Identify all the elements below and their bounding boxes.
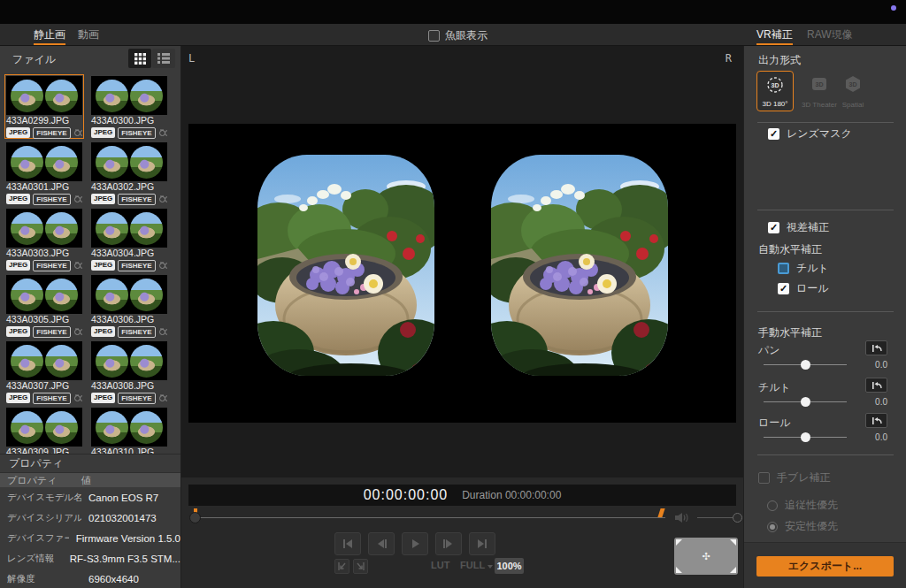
timecode-bar: 00:00:00:00 Duration 00:00:00:00 (188, 485, 736, 506)
properties-table-header: プロパティ 値 (0, 473, 180, 487)
mark-in-button[interactable] (334, 559, 349, 574)
file-item[interactable]: 433A0300.JPG JPEGFISHEYE (89, 74, 169, 139)
jpeg-badge: JPEG (6, 127, 30, 138)
move-icon: ✣ (702, 551, 710, 562)
radio-stability-priority[interactable]: 安定性優先 (767, 519, 838, 534)
skip-to-end-icon (475, 538, 489, 550)
file-item[interactable]: 433A0305.JPG JPEGFISHEYE (4, 273, 84, 338)
timecode: 00:00:00:00 (364, 487, 449, 503)
tab-movie[interactable]: 動画 (78, 24, 99, 46)
pan-slider[interactable] (764, 364, 847, 365)
dual-lens-camera-icon (73, 393, 82, 402)
property-value: RF-S3.9mm F3.5 STM... (63, 554, 180, 564)
format-3d180-button[interactable]: 3D 3D 180° (756, 71, 794, 111)
jpeg-badge: JPEG (6, 393, 30, 403)
divider (757, 210, 894, 210)
zoom-level-button[interactable]: 100% (495, 558, 524, 574)
skip-to-end-button[interactable] (469, 532, 495, 555)
display-size-dropdown[interactable]: FULL (460, 560, 493, 570)
dual-lens-camera-icon (158, 327, 167, 336)
tracking-priority-label: 追従性優先 (785, 498, 838, 513)
roll-slider[interactable] (764, 437, 847, 438)
fisheye-badge: FISHEYE (33, 194, 70, 205)
step-back-button[interactable] (368, 532, 395, 555)
skip-to-start-button[interactable] (334, 532, 361, 555)
roll-slider-thumb[interactable] (801, 432, 810, 442)
pan-reset-button[interactable] (865, 340, 887, 355)
list-view-button[interactable] (152, 49, 175, 68)
out-point-marker (657, 508, 664, 517)
radio-selected-icon (767, 522, 778, 532)
left-eye-image (257, 155, 434, 376)
property-key: レンズ情報 (0, 553, 63, 565)
format-3d-theater-button[interactable]: 3D 3D Theater (801, 71, 838, 111)
dual-lens-camera-icon (73, 327, 82, 336)
file-name: 433A0304.JPG (91, 248, 167, 259)
roll-reset-button[interactable] (865, 413, 887, 428)
duration: Duration 00:00:00:00 (462, 489, 561, 501)
timeline-scrubber[interactable] (193, 517, 665, 518)
file-item[interactable]: 433A0302.JPG JPEGFISHEYE (89, 141, 169, 205)
file-item[interactable]: 433A0310.JPG JPEGFISHEYE (89, 406, 169, 454)
file-name: 433A0306.JPG (91, 314, 167, 325)
corner-mark (730, 539, 736, 546)
fisheye-badge: FISHEYE (33, 260, 70, 271)
volume-slider-thumb[interactable] (733, 513, 742, 523)
roll-label: ロール (758, 416, 791, 431)
property-row: レンズ情報 RF-S3.9mm F3.5 STM... (0, 548, 180, 569)
fisheye-display-checkbox[interactable]: 魚眼表示 (428, 28, 488, 43)
lut-button[interactable]: LUT (431, 560, 449, 570)
tilt-slider[interactable] (764, 401, 847, 402)
file-thumbnail (6, 76, 82, 115)
tilt-slider-thumb[interactable] (801, 397, 810, 407)
file-item[interactable]: 433A0307.JPG JPEGFISHEYE (4, 340, 84, 404)
format-spatial-label: Spatial (842, 101, 864, 109)
play-button[interactable] (402, 532, 428, 555)
property-key: 解像度 (0, 573, 81, 585)
property-key: デバイスモデル名 (0, 492, 81, 504)
file-item[interactable]: 433A0304.JPG JPEGFISHEYE (89, 207, 169, 271)
file-item[interactable]: 433A0308.JPG JPEGFISHEYE (89, 340, 169, 404)
file-item[interactable]: 433A0303.JPG JPEGFISHEYE (4, 207, 84, 271)
playhead-thumb[interactable] (189, 512, 201, 523)
properties-col-key: プロパティ (0, 473, 81, 487)
tab-still-image[interactable]: 静止画 (34, 24, 65, 46)
pan-slider-thumb[interactable] (801, 360, 810, 370)
parallax-correction-checkbox[interactable]: ✓ 視差補正 (768, 220, 829, 235)
tab-vr-correction[interactable]: VR補正 (756, 24, 793, 46)
lens-mask-checkbox[interactable]: ✓ レンズマスク (768, 126, 852, 141)
file-name: 433A0300.JPG (91, 115, 167, 126)
file-name: 433A0302.JPG (91, 181, 167, 193)
file-thumbnail (91, 76, 167, 115)
file-item[interactable]: 433A0309.JPG JPEGFISHEYE (4, 406, 84, 454)
grid-view-icon (134, 53, 146, 65)
file-item[interactable]: 433A0306.JPG JPEGFISHEYE (89, 273, 169, 338)
export-button[interactable]: エクスポート... (756, 556, 894, 577)
display-size-label: FULL (460, 560, 485, 570)
step-back-icon (374, 538, 388, 550)
grid-view-button[interactable] (128, 49, 151, 68)
format-spatial-button[interactable]: 3D Spatial (834, 71, 871, 111)
checkbox-checked-icon: ✓ (778, 283, 789, 294)
mark-out-button[interactable] (353, 559, 368, 574)
checkbox-checked-icon: ✓ (768, 128, 779, 140)
left-eye-label: L (188, 52, 195, 65)
auto-roll-checkbox[interactable]: ✓ ロール (778, 281, 829, 296)
file-item[interactable]: 433A0301.JPG JPEGFISHEYE (4, 141, 84, 205)
preview-canvas[interactable] (188, 124, 736, 423)
file-item[interactable]: 433A0299.JPG JPEGFISHEYE (4, 74, 84, 139)
file-thumbnail (6, 408, 82, 447)
fisheye-badge: FISHEYE (118, 260, 155, 271)
dual-lens-camera-icon (158, 128, 167, 137)
tilt-reset-button[interactable] (865, 378, 887, 393)
step-forward-button[interactable] (435, 532, 462, 555)
stabilization-checkbox[interactable]: 手ブレ補正 (758, 470, 831, 485)
tab-raw-develop[interactable]: RAW現像 (807, 24, 853, 46)
property-row: デバイスファーム… Firmware Version 1.5.0 (0, 528, 180, 548)
pan-zoom-navigator[interactable]: ✣ (674, 538, 738, 575)
auto-tilt-checkbox[interactable]: チルト (778, 261, 829, 276)
radio-tracking-priority[interactable]: 追従性優先 (767, 498, 838, 513)
file-thumbnail (91, 341, 167, 380)
dual-lens-camera-icon (73, 195, 82, 203)
manual-level-label: 手動水平補正 (758, 325, 822, 340)
